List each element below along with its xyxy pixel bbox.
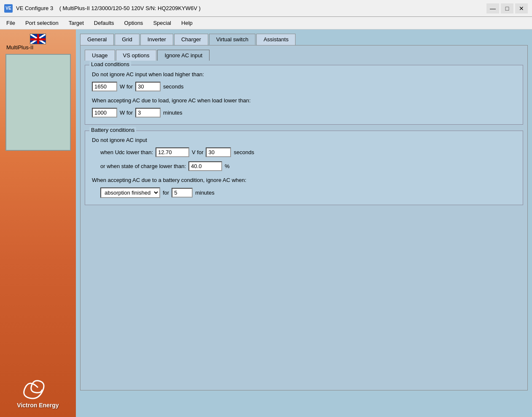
top-tab-bar: General Grid Inverter Charger Virtual sw…	[80, 34, 528, 45]
udc-seconds-unit: seconds	[234, 149, 254, 155]
load-conditions-section: Load conditions Do not ignore AC input w…	[85, 65, 523, 125]
tab-ignore-ac-input[interactable]: Ignore AC input	[157, 50, 210, 61]
menu-help[interactable]: Help	[177, 18, 197, 28]
menu-file[interactable]: File	[2, 18, 20, 28]
battery-minutes-input[interactable]	[172, 188, 193, 198]
battery-minutes-unit: minutes	[195, 190, 215, 196]
battery-row2: when Udc lower than: V for seconds	[92, 147, 516, 157]
window-controls: — □ ✕	[486, 3, 528, 13]
load-condition-row2: When accepting AC due to load, ignore AC…	[92, 97, 516, 104]
title-main: VE Configure 3	[16, 5, 53, 11]
flag-icon	[30, 34, 46, 44]
sub-tab-bar: Usage VS options Ignore AC input	[85, 50, 523, 61]
soc-label: or when state of charge lower than:	[100, 163, 186, 169]
content-panel: Usage VS options Ignore AC input Load co…	[80, 45, 528, 390]
load-condition-row2-inputs: W for minutes	[92, 108, 516, 118]
logo-text: Victron Energy	[17, 402, 59, 409]
sidebar: MultiPlus-II Victron Energy	[0, 29, 76, 417]
load2-minutes-unit: minutes	[163, 110, 183, 116]
soc-input[interactable]	[188, 161, 222, 171]
app-icon: VE	[4, 4, 13, 13]
maximize-button[interactable]: □	[501, 3, 513, 13]
udc-label: when Udc lower than:	[100, 149, 153, 155]
load-watts-input[interactable]	[92, 82, 117, 91]
tab-grid[interactable]: Grid	[115, 34, 140, 45]
load-w-for-label: W for	[120, 83, 133, 90]
battery-row3: or when state of charge lower than: %	[92, 161, 516, 171]
tab-usage[interactable]: Usage	[85, 50, 115, 61]
tab-virtual-switch[interactable]: Virtual switch	[209, 34, 255, 45]
main-content: MultiPlus-II Victron Energy Victron Gene…	[0, 29, 532, 417]
tab-charger[interactable]: Charger	[174, 34, 208, 45]
load2-minutes-input[interactable]	[135, 108, 161, 118]
load-row1-label: Do not ignore AC input when load higher …	[92, 71, 204, 78]
battery-row4: When accepting AC due to a battery condi…	[92, 177, 516, 183]
load-conditions-title: Load conditions	[89, 61, 131, 67]
menu-bar: File Port selection Target Defaults Opti…	[0, 17, 532, 29]
title-bar: VE VE Configure 3 ( MultiPlus-II 12/3000…	[0, 0, 532, 17]
battery-row4-inputs: absorption finished for minutes	[92, 187, 516, 198]
battery-row1: Do not ignore AC input	[92, 137, 516, 143]
udc-input[interactable]	[156, 147, 189, 157]
battery-row4-label: When accepting AC due to a battery condi…	[92, 177, 246, 183]
menu-options[interactable]: Options	[120, 18, 148, 28]
menu-port-selection[interactable]: Port selection	[21, 18, 63, 28]
title-subtitle: ( MultiPlus-II 12/3000/120-50 120V S/N: …	[59, 5, 201, 11]
menu-target[interactable]: Target	[64, 18, 89, 28]
menu-special[interactable]: Special	[148, 18, 176, 28]
close-button[interactable]: ✕	[515, 3, 528, 13]
for-label: for	[163, 190, 169, 196]
load2-watts-input[interactable]	[92, 108, 117, 118]
soc-unit: %	[225, 163, 230, 169]
logo-area: Victron Energy	[17, 375, 59, 409]
load-seconds-input[interactable]	[135, 82, 161, 91]
load2-w-for-label: W for	[120, 110, 133, 116]
app-title: VE Configure 3 ( MultiPlus-II 12/3000/12…	[16, 5, 201, 11]
load-condition-row1-inputs: W for seconds	[92, 82, 516, 91]
minimize-button[interactable]: —	[486, 3, 499, 13]
battery-conditions-section: Battery conditions Do not ignore AC inpu…	[85, 131, 523, 205]
right-panel: Victron General Grid Inverter Charger Vi…	[76, 29, 532, 417]
load-seconds-unit: seconds	[163, 83, 183, 90]
menu-defaults[interactable]: Defaults	[89, 18, 119, 28]
load-condition-row1: Do not ignore AC input when load higher …	[92, 71, 516, 78]
battery-conditions-title: Battery conditions	[89, 127, 136, 133]
victron-logo-icon	[21, 375, 55, 400]
device-diagram	[5, 54, 71, 151]
tab-assistants[interactable]: Assistants	[256, 34, 296, 45]
tab-inverter[interactable]: Inverter	[140, 34, 173, 45]
tab-general[interactable]: General	[80, 34, 114, 45]
udc-seconds-input[interactable]	[206, 147, 231, 157]
absorption-dropdown[interactable]: absorption finished	[100, 187, 160, 198]
v-for-label: V for	[192, 149, 203, 155]
load-row2-label: When accepting AC due to load, ignore AC…	[92, 97, 251, 104]
tab-vs-options[interactable]: VS options	[116, 50, 157, 61]
device-label: MultiPlus-II	[6, 44, 33, 51]
battery-row1-label: Do not ignore AC input	[92, 137, 147, 143]
